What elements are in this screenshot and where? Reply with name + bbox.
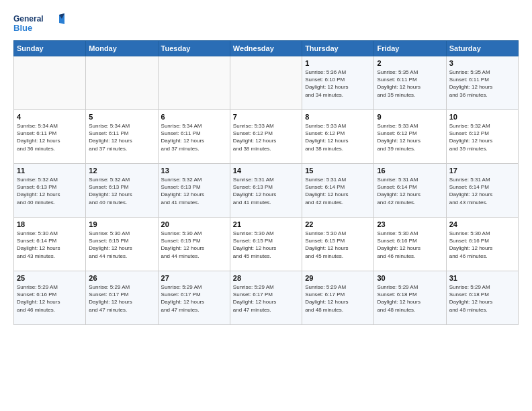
day-number: 25 — [17, 274, 83, 282]
day-info: Sunrise: 5:31 AM Sunset: 6:14 PM Dayligh… — [449, 176, 515, 206]
day-info: Sunrise: 5:29 AM Sunset: 6:17 PM Dayligh… — [161, 283, 227, 314]
calendar-cell: 30Sunrise: 5:29 AM Sunset: 6:18 PM Dayli… — [374, 271, 446, 325]
day-info: Sunrise: 5:33 AM Sunset: 6:12 PM Dayligh… — [377, 122, 443, 152]
calendar-cell: 27Sunrise: 5:29 AM Sunset: 6:17 PM Dayli… — [158, 271, 230, 325]
day-info: Sunrise: 5:30 AM Sunset: 6:15 PM Dayligh… — [89, 230, 154, 260]
calendar-cell: 1Sunrise: 5:36 AM Sunset: 6:10 PM Daylig… — [302, 56, 374, 110]
day-number: 28 — [233, 274, 299, 282]
calendar-cell — [158, 56, 230, 110]
week-row-2: 4Sunrise: 5:34 AM Sunset: 6:11 PM Daylig… — [14, 110, 519, 164]
svg-text:General: General — [13, 14, 44, 24]
day-info: Sunrise: 5:30 AM Sunset: 6:16 PM Dayligh… — [377, 230, 443, 260]
day-info: Sunrise: 5:30 AM Sunset: 6:15 PM Dayligh… — [305, 230, 371, 260]
day-info: Sunrise: 5:34 AM Sunset: 6:11 PM Dayligh… — [89, 122, 154, 152]
calendar-cell: 16Sunrise: 5:31 AM Sunset: 6:14 PM Dayli… — [374, 164, 446, 218]
day-number: 26 — [89, 274, 154, 282]
calendar-cell: 14Sunrise: 5:31 AM Sunset: 6:13 PM Dayli… — [230, 164, 302, 218]
day-info: Sunrise: 5:29 AM Sunset: 6:17 PM Dayligh… — [305, 283, 371, 314]
day-number: 8 — [305, 113, 371, 121]
day-number: 22 — [305, 220, 371, 228]
day-number: 6 — [161, 113, 227, 121]
day-number: 10 — [449, 113, 515, 121]
calendar-table: SundayMondayTuesdayWednesdayThursdayFrid… — [13, 40, 519, 325]
calendar-cell: 21Sunrise: 5:30 AM Sunset: 6:15 PM Dayli… — [230, 218, 302, 271]
svg-text:Blue: Blue — [13, 23, 32, 33]
weekday-header-row: SundayMondayTuesdayWednesdayThursdayFrid… — [14, 41, 519, 56]
day-number: 19 — [89, 220, 154, 228]
day-number: 5 — [89, 113, 154, 121]
day-number: 31 — [449, 274, 515, 282]
day-number: 9 — [377, 113, 443, 121]
day-number: 14 — [233, 167, 299, 175]
day-number: 11 — [17, 167, 83, 175]
calendar-cell: 22Sunrise: 5:30 AM Sunset: 6:15 PM Dayli… — [302, 218, 374, 271]
week-row-4: 18Sunrise: 5:30 AM Sunset: 6:14 PM Dayli… — [14, 218, 519, 271]
day-info: Sunrise: 5:31 AM Sunset: 6:14 PM Dayligh… — [377, 176, 443, 206]
day-number: 16 — [377, 167, 443, 175]
calendar-cell: 20Sunrise: 5:30 AM Sunset: 6:15 PM Dayli… — [158, 218, 230, 271]
weekday-friday: Friday — [374, 41, 446, 56]
weekday-monday: Monday — [86, 41, 158, 56]
day-info: Sunrise: 5:29 AM Sunset: 6:17 PM Dayligh… — [89, 283, 154, 314]
day-number: 21 — [233, 220, 299, 228]
calendar-cell: 4Sunrise: 5:34 AM Sunset: 6:11 PM Daylig… — [14, 110, 86, 164]
day-info: Sunrise: 5:34 AM Sunset: 6:11 PM Dayligh… — [17, 122, 83, 152]
day-info: Sunrise: 5:30 AM Sunset: 6:15 PM Dayligh… — [233, 230, 299, 260]
calendar-cell: 6Sunrise: 5:34 AM Sunset: 6:11 PM Daylig… — [158, 110, 230, 164]
weekday-saturday: Saturday — [446, 41, 518, 56]
calendar-cell: 23Sunrise: 5:30 AM Sunset: 6:16 PM Dayli… — [374, 218, 446, 271]
day-number: 20 — [161, 220, 227, 228]
day-number: 29 — [305, 274, 371, 282]
day-number: 12 — [89, 167, 154, 175]
calendar-cell: 19Sunrise: 5:30 AM Sunset: 6:15 PM Dayli… — [86, 218, 158, 271]
calendar-cell: 25Sunrise: 5:29 AM Sunset: 6:16 PM Dayli… — [14, 271, 86, 325]
calendar-cell: 7Sunrise: 5:33 AM Sunset: 6:12 PM Daylig… — [230, 110, 302, 164]
calendar-cell: 8Sunrise: 5:33 AM Sunset: 6:12 PM Daylig… — [302, 110, 374, 164]
calendar-cell: 15Sunrise: 5:31 AM Sunset: 6:14 PM Dayli… — [302, 164, 374, 218]
day-info: Sunrise: 5:36 AM Sunset: 6:10 PM Dayligh… — [305, 68, 371, 99]
calendar-cell: 26Sunrise: 5:29 AM Sunset: 6:17 PM Dayli… — [86, 271, 158, 325]
day-number: 7 — [233, 113, 299, 121]
calendar-cell — [230, 56, 302, 110]
day-info: Sunrise: 5:29 AM Sunset: 6:17 PM Dayligh… — [233, 283, 299, 314]
calendar-cell: 17Sunrise: 5:31 AM Sunset: 6:14 PM Dayli… — [446, 164, 518, 218]
calendar-cell: 18Sunrise: 5:30 AM Sunset: 6:14 PM Dayli… — [14, 218, 86, 271]
weekday-sunday: Sunday — [14, 41, 86, 56]
day-info: Sunrise: 5:34 AM Sunset: 6:11 PM Dayligh… — [161, 122, 227, 152]
day-info: Sunrise: 5:33 AM Sunset: 6:12 PM Dayligh… — [233, 122, 299, 152]
day-number: 27 — [161, 274, 227, 282]
day-info: Sunrise: 5:32 AM Sunset: 6:13 PM Dayligh… — [161, 176, 227, 206]
day-info: Sunrise: 5:32 AM Sunset: 6:12 PM Dayligh… — [449, 122, 515, 152]
day-number: 13 — [161, 167, 227, 175]
day-info: Sunrise: 5:32 AM Sunset: 6:13 PM Dayligh… — [17, 176, 83, 206]
calendar-cell: 10Sunrise: 5:32 AM Sunset: 6:12 PM Dayli… — [446, 110, 518, 164]
day-number: 2 — [377, 59, 443, 67]
day-number: 30 — [377, 274, 443, 282]
calendar-cell: 12Sunrise: 5:32 AM Sunset: 6:13 PM Dayli… — [86, 164, 158, 218]
day-number: 23 — [377, 220, 443, 228]
calendar-cell: 3Sunrise: 5:35 AM Sunset: 6:11 PM Daylig… — [446, 56, 518, 110]
day-info: Sunrise: 5:30 AM Sunset: 6:16 PM Dayligh… — [449, 230, 515, 260]
calendar-cell — [86, 56, 158, 110]
day-info: Sunrise: 5:30 AM Sunset: 6:15 PM Dayligh… — [161, 230, 227, 260]
header: General Blue — [13, 12, 519, 34]
day-info: Sunrise: 5:29 AM Sunset: 6:18 PM Dayligh… — [377, 283, 443, 314]
day-number: 24 — [449, 220, 515, 228]
week-row-5: 25Sunrise: 5:29 AM Sunset: 6:16 PM Dayli… — [14, 271, 519, 325]
day-info: Sunrise: 5:33 AM Sunset: 6:12 PM Dayligh… — [305, 122, 371, 152]
calendar-cell — [14, 56, 86, 110]
week-row-3: 11Sunrise: 5:32 AM Sunset: 6:13 PM Dayli… — [14, 164, 519, 218]
day-number: 15 — [305, 167, 371, 175]
weekday-tuesday: Tuesday — [158, 41, 230, 56]
day-info: Sunrise: 5:29 AM Sunset: 6:18 PM Dayligh… — [449, 283, 515, 314]
calendar-cell: 9Sunrise: 5:33 AM Sunset: 6:12 PM Daylig… — [374, 110, 446, 164]
day-number: 4 — [17, 113, 83, 121]
day-info: Sunrise: 5:29 AM Sunset: 6:16 PM Dayligh… — [17, 283, 83, 314]
weekday-thursday: Thursday — [302, 41, 374, 56]
calendar-cell: 24Sunrise: 5:30 AM Sunset: 6:16 PM Dayli… — [446, 218, 518, 271]
day-info: Sunrise: 5:31 AM Sunset: 6:13 PM Dayligh… — [233, 176, 299, 206]
calendar-cell: 31Sunrise: 5:29 AM Sunset: 6:18 PM Dayli… — [446, 271, 518, 325]
day-number: 17 — [449, 167, 515, 175]
calendar-cell: 13Sunrise: 5:32 AM Sunset: 6:13 PM Dayli… — [158, 164, 230, 218]
day-number: 18 — [17, 220, 83, 228]
